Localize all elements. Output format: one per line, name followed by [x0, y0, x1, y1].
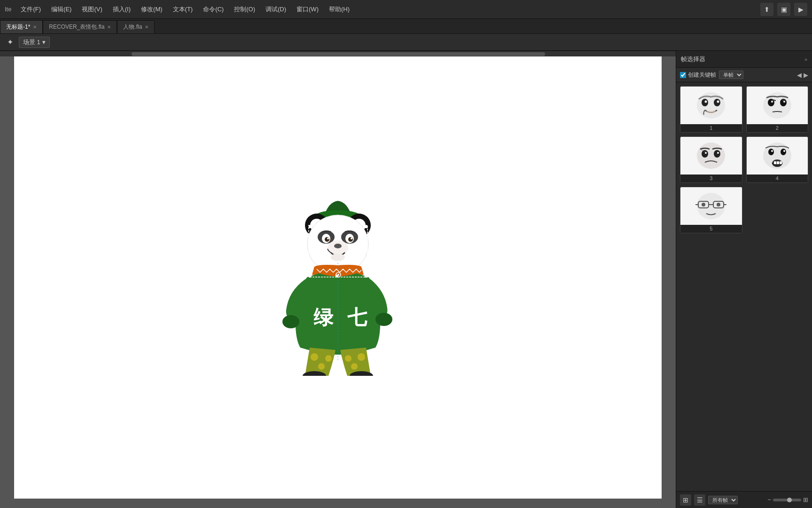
svg-point-48: [763, 92, 791, 119]
svg-rect-31: [309, 225, 312, 228]
panel-title: 帧选择器: [681, 55, 802, 64]
svg-point-58: [705, 152, 707, 154]
tab-recover[interactable]: RECOVER_表情包.fla ✕: [43, 20, 117, 33]
svg-rect-35: [336, 225, 338, 228]
tab-untitled-label: 无标题-1*: [6, 23, 30, 31]
frame-5-label: 5: [680, 225, 742, 233]
svg-point-22: [311, 353, 318, 361]
svg-point-20: [282, 315, 299, 328]
svg-point-17: [331, 254, 345, 261]
frame-thumb-5[interactable]: 5: [680, 187, 742, 233]
frame-2-label: 2: [747, 124, 808, 132]
menu-item-file[interactable]: 文件(F): [16, 3, 46, 16]
frame-3-label: 3: [680, 175, 742, 183]
right-panel: 帧选择器 » 创建关键帧 单帧 ◀ ▶: [676, 51, 812, 508]
tab-character[interactable]: 人物.fla ✕: [117, 20, 155, 33]
scene-label: 场景 1: [23, 38, 40, 47]
expand-icon[interactable]: »: [804, 56, 807, 62]
menu-item-command[interactable]: 命令(C): [198, 3, 228, 16]
zoom-icon: ⊞: [803, 496, 808, 503]
tab-bar: 无标题-1* ✕ RECOVER_表情包.fla ✕ 人物.fla ✕: [0, 19, 812, 34]
create-keyframe-checkbox[interactable]: [680, 72, 686, 78]
svg-rect-33: [309, 275, 312, 278]
frame-thumb-3[interactable]: 3: [680, 136, 742, 183]
svg-point-45: [705, 101, 707, 103]
app-label: Ite: [5, 6, 11, 13]
svg-text:绿: 绿: [313, 306, 334, 328]
svg-rect-37: [309, 249, 312, 252]
menubar: Ite 文件(F) 编辑(E) 视图(V) 插入(I) 修改(M) 文本(T) …: [0, 0, 812, 19]
frame-thumb-2[interactable]: 2: [746, 86, 809, 133]
canvas-wrapper[interactable]: 绿 七: [0, 51, 676, 508]
svg-point-64: [783, 150, 785, 152]
svg-text:七: 七: [347, 306, 367, 328]
hscroll-thumb[interactable]: [132, 52, 545, 56]
svg-point-51: [771, 101, 773, 103]
svg-point-69: [697, 193, 725, 219]
frame-mode-select[interactable]: 单帧: [719, 71, 743, 79]
all-frames-select[interactable]: 所有帧: [708, 496, 738, 504]
tab-recover-close[interactable]: ✕: [107, 24, 111, 30]
svg-point-62: [781, 149, 786, 155]
panel-header: 帧选择器 »: [676, 51, 812, 68]
svg-point-26: [351, 363, 358, 370]
tab-character-close[interactable]: ✕: [145, 24, 148, 30]
character-svg: 绿 七: [258, 178, 418, 376]
svg-point-47: [706, 110, 716, 114]
scene-selector[interactable]: 场景 1 ▾: [19, 37, 50, 48]
menu-item-text[interactable]: 文本(T): [168, 3, 198, 16]
menu-item-edit[interactable]: 编辑(E): [47, 3, 76, 16]
svg-point-59: [717, 152, 719, 154]
minus-icon: −: [767, 496, 771, 503]
svg-point-21: [375, 313, 392, 326]
list-view-icon[interactable]: ☰: [694, 494, 705, 506]
svg-rect-32: [365, 225, 367, 228]
upload-icon[interactable]: ⬆: [760, 3, 773, 16]
canvas-area: 绿 七: [0, 51, 676, 508]
create-keyframe-option[interactable]: 创建关键帧: [680, 71, 716, 79]
tab-untitled-close[interactable]: ✕: [33, 24, 37, 30]
menu-item-help: 帮助(H): [324, 3, 354, 16]
svg-point-12: [348, 237, 353, 242]
svg-point-43: [702, 99, 708, 106]
frame-4-label: 4: [747, 175, 808, 183]
stage: 绿 七: [14, 56, 662, 499]
create-keyframe-label: 创建关键帧: [688, 71, 716, 79]
tools-icon[interactable]: ✦: [5, 37, 15, 48]
toolbar: ✦ 场景 1 ▾: [0, 34, 812, 51]
svg-point-11: [325, 237, 329, 242]
prev-frame-icon[interactable]: ◀: [797, 71, 802, 79]
grid-view-icon[interactable]: ⊞: [680, 494, 691, 506]
menu-item-debug[interactable]: 调试(D): [261, 3, 291, 16]
menu-item-insert[interactable]: 插入(I): [108, 3, 135, 16]
svg-point-55: [697, 143, 725, 169]
svg-rect-67: [777, 161, 779, 164]
svg-point-61: [768, 149, 774, 155]
layout-icon[interactable]: ▣: [777, 3, 790, 16]
svg-point-42: [697, 92, 725, 119]
main-area: 绿 七: [0, 51, 812, 508]
menu-item-window[interactable]: 窗口(W): [292, 3, 323, 16]
canvas-hscroll[interactable]: [0, 51, 676, 56]
svg-point-23: [318, 363, 325, 370]
svg-point-25: [358, 353, 365, 361]
svg-point-46: [717, 101, 719, 103]
svg-point-16: [334, 244, 342, 248]
svg-rect-66: [774, 161, 776, 164]
frames-bottom-bar: ⊞ ☰ 所有帧 − ⊞: [676, 491, 812, 508]
menu-item-modify[interactable]: 修改(M): [136, 3, 167, 16]
play-icon[interactable]: ▶: [794, 3, 807, 16]
menu-item-control[interactable]: 控制(O): [229, 3, 260, 16]
tab-character-label: 人物.fla: [123, 23, 142, 31]
frame-thumb-1[interactable]: 1: [680, 86, 742, 133]
svg-rect-68: [780, 161, 782, 164]
menu-item-view[interactable]: 视图(V): [77, 3, 107, 16]
frame-thumb-4[interactable]: 4: [746, 136, 809, 183]
svg-point-13: [327, 238, 329, 239]
tab-untitled[interactable]: 无标题-1* ✕: [0, 20, 43, 33]
svg-point-76: [717, 203, 720, 206]
next-frame-icon[interactable]: ▶: [804, 71, 808, 79]
svg-point-75: [702, 203, 705, 206]
svg-point-44: [714, 99, 720, 106]
frames-grid: 1 2: [676, 82, 812, 491]
